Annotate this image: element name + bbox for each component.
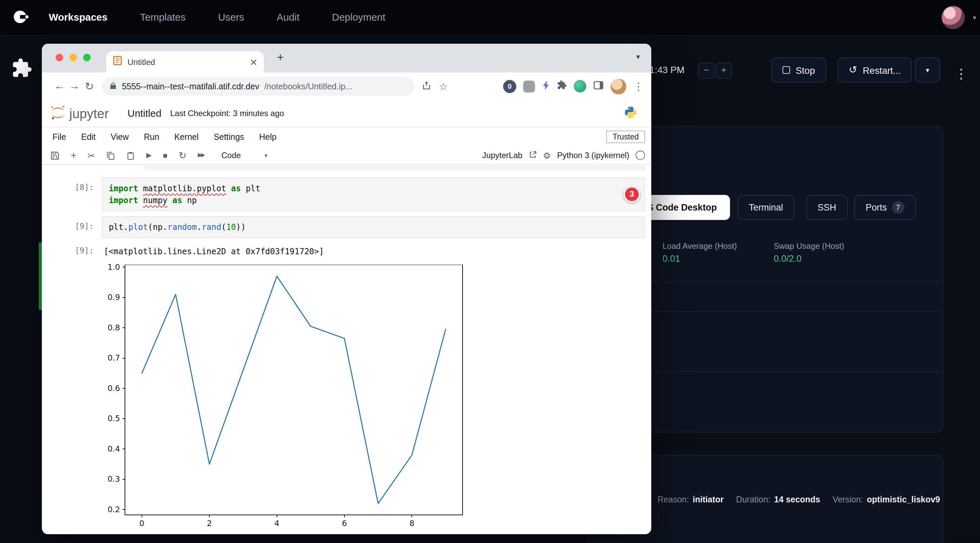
- extension-bolt-icon[interactable]: [542, 80, 550, 92]
- decrement-button[interactable]: −: [698, 63, 714, 79]
- coder-logo-icon[interactable]: [10, 7, 30, 27]
- restart-options-button[interactable]: ▾: [915, 57, 940, 83]
- tab-title: Untitled: [128, 57, 250, 67]
- output-cell-9: [9]: [<matplotlib.lines.Line2D at 0x7fd0…: [42, 245, 645, 257]
- nav-item-audit[interactable]: Audit: [277, 11, 299, 23]
- matplotlib-figure: 0.20.30.40.50.60.70.80.91.002468: [103, 262, 466, 532]
- menu-view[interactable]: View: [111, 132, 129, 141]
- close-window-button[interactable]: [56, 54, 63, 61]
- nav-links: Workspaces Templates Users Audit Deploym…: [49, 11, 385, 23]
- nav-item-users[interactable]: Users: [218, 11, 244, 23]
- share-icon[interactable]: [422, 80, 431, 92]
- notebook-title[interactable]: Untitled: [128, 108, 162, 119]
- tab-search-icon[interactable]: ▾: [636, 52, 640, 61]
- interrupt-kernel-icon[interactable]: ■: [163, 152, 167, 159]
- chevron-down-icon: ▾: [926, 66, 929, 74]
- reload-icon[interactable]: ↻: [82, 79, 97, 93]
- stop-icon: [783, 66, 790, 74]
- jupyter-menubar: File Edit View Run Kernel Settings Help …: [42, 128, 652, 146]
- cut-cell-icon[interactable]: ✂: [88, 151, 95, 160]
- extensions-puzzle-icon[interactable]: [557, 80, 567, 92]
- restart-kernel-icon[interactable]: ↻: [178, 151, 186, 160]
- nav-item-templates[interactable]: Templates: [140, 11, 186, 23]
- svg-text:0.5: 0.5: [108, 414, 120, 423]
- load-average-stat: Load Average (Host) 0.01: [662, 241, 737, 264]
- svg-text:8: 8: [409, 519, 415, 528]
- menu-kernel[interactable]: Kernel: [174, 132, 199, 141]
- paste-cell-icon[interactable]: [126, 151, 135, 160]
- copy-cell-icon[interactable]: [106, 151, 115, 160]
- menu-file[interactable]: File: [52, 132, 66, 141]
- ssh-button[interactable]: SSH: [806, 195, 847, 220]
- bookmark-star-icon[interactable]: ☆: [439, 80, 448, 92]
- run-cell-icon[interactable]: ▶: [146, 152, 152, 159]
- nav-item-workspaces[interactable]: Workspaces: [49, 11, 107, 23]
- extension-icon-2[interactable]: [523, 80, 535, 92]
- terminal-button[interactable]: Terminal: [738, 195, 794, 220]
- checkpoint-status: Last Checkpoint: 3 minutes ago: [170, 109, 284, 118]
- back-icon[interactable]: ←: [52, 80, 67, 92]
- workspace-menu-button[interactable]: ⋮: [953, 61, 970, 86]
- add-cell-icon[interactable]: +: [71, 150, 76, 160]
- extension-icon-3[interactable]: [574, 80, 586, 92]
- browser-toolbar: ← → ↻ 5555--main--test--matifali.atif.cd…: [42, 73, 652, 100]
- svg-text:1.0: 1.0: [108, 263, 120, 272]
- clipped-cell: [144, 166, 645, 171]
- settings-gear-icon[interactable]: ⚙: [543, 150, 551, 160]
- python-logo-icon: [624, 105, 638, 122]
- external-link-icon[interactable]: [528, 150, 537, 161]
- ports-button[interactable]: Ports 7: [854, 195, 916, 220]
- stop-button[interactable]: Stop: [772, 57, 826, 83]
- menu-edit[interactable]: Edit: [81, 132, 96, 141]
- increment-button[interactable]: +: [716, 63, 732, 79]
- menu-run[interactable]: Run: [144, 132, 159, 141]
- trusted-badge[interactable]: Trusted: [606, 131, 645, 143]
- browser-extensions: 0 ⋮: [503, 79, 644, 94]
- url-path: /notebooks/Untitled.ip...: [264, 82, 352, 91]
- screen: Workspaces Templates Users Audit Deploym…: [0, 0, 980, 543]
- address-bar[interactable]: 5555--main--test--matifali.atif.cdr.dev/…: [102, 77, 415, 95]
- extension-puzzle-icon: [11, 57, 32, 79]
- forward-icon[interactable]: →: [67, 80, 82, 92]
- cell-prompt: [8]:: [42, 178, 102, 211]
- ports-count-badge: 7: [892, 201, 905, 214]
- code-cell-9: [9]: plt.plot(np.random.rand(10)): [42, 216, 645, 238]
- workspace-build-info: Reason: initiator Duration: 14 seconds V…: [658, 495, 940, 505]
- browser-profile-avatar[interactable]: [611, 79, 626, 94]
- nav-item-deployment[interactable]: Deployment: [332, 11, 385, 23]
- run-all-icon[interactable]: ▶▶: [198, 152, 204, 158]
- svg-text:0.8: 0.8: [108, 323, 120, 332]
- jupyter-logo-icon: [50, 104, 66, 122]
- extension-icon-1[interactable]: 0: [503, 79, 516, 93]
- output-text: [<matplotlib.lines.Line2D at 0x7fd03f191…: [102, 245, 324, 257]
- menu-settings[interactable]: Settings: [214, 132, 244, 141]
- user-avatar[interactable]: [942, 6, 965, 29]
- output-prompt: [9]:: [42, 245, 102, 257]
- jupyterlab-link[interactable]: JupyterLab: [482, 151, 522, 160]
- side-panel-icon[interactable]: [593, 79, 604, 93]
- jupyter-wordmark: jupyter: [69, 106, 109, 121]
- new-tab-button[interactable]: +: [277, 51, 284, 65]
- code-editor[interactable]: plt.plot(np.random.rand(10)): [102, 216, 645, 238]
- svg-text:2: 2: [207, 519, 212, 528]
- chevron-down-icon[interactable]: ▾: [973, 14, 976, 22]
- svg-text:0.2: 0.2: [108, 505, 120, 514]
- window-controls: [56, 54, 91, 61]
- close-tab-icon[interactable]: ✕: [250, 57, 257, 67]
- svg-text:0.7: 0.7: [108, 353, 120, 362]
- browser-tab[interactable]: Untitled ✕: [106, 51, 264, 73]
- restart-button[interactable]: ↺ Restart...: [837, 57, 912, 83]
- cell-type-dropdown[interactable]: Code ▾: [221, 151, 267, 160]
- notification-count-badge[interactable]: 3: [624, 186, 640, 202]
- menu-help[interactable]: Help: [259, 132, 276, 141]
- notebook-favicon: [113, 56, 123, 68]
- jupyter-header: jupyter Untitled Last Checkpoint: 3 minu…: [42, 100, 652, 127]
- code-editor[interactable]: import matplotlib.pyplot as pltimport nu…: [102, 178, 645, 211]
- svg-text:0.6: 0.6: [108, 384, 120, 393]
- browser-menu-icon[interactable]: ⋮: [633, 79, 644, 93]
- save-icon[interactable]: [51, 151, 60, 160]
- minimize-window-button[interactable]: [69, 54, 77, 61]
- maximize-window-button[interactable]: [83, 54, 91, 61]
- svg-text:4: 4: [274, 519, 279, 528]
- kernel-name[interactable]: Python 3 (ipykernel): [557, 151, 629, 160]
